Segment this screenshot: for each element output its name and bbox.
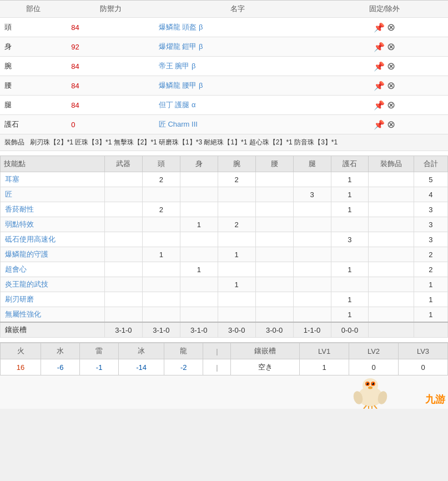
skill-cell-waist bbox=[255, 292, 293, 307]
skill-cell-name: 無屬性強化 bbox=[1, 307, 105, 323]
bottom-th-8: LV2 bbox=[349, 343, 399, 359]
bottom-th-9: LV3 bbox=[399, 343, 448, 359]
skill-cell-arm: 1 bbox=[218, 247, 255, 262]
skill-cell-name: 爆鱗龍的守護 bbox=[1, 247, 105, 262]
skill-cell-charm bbox=[331, 217, 369, 232]
th-arm: 腕 bbox=[218, 156, 255, 172]
equip-defense: 92 bbox=[67, 37, 154, 57]
skill-cell-head: 2 bbox=[142, 172, 180, 187]
decoration-values: 刷刃珠【2】*1 匠珠【3】*1 無擊珠【2】*1 研磨珠【1】*3 耐絕珠【1… bbox=[30, 138, 338, 146]
skill-cell-head: 1 bbox=[142, 247, 180, 262]
equip-defense: 0 bbox=[67, 115, 154, 134]
slot-cell-7: 0-0-0 bbox=[331, 322, 369, 338]
skill-cell-head bbox=[142, 232, 180, 247]
skill-cell-deco bbox=[369, 262, 414, 277]
bottom-td-3: -14 bbox=[119, 359, 164, 375]
skill-cell-leg bbox=[293, 202, 331, 217]
skill-cell-deco bbox=[369, 232, 414, 247]
equip-pin[interactable]: 📌 ⊗ bbox=[321, 18, 448, 37]
slot-cell-1: 3-1-0 bbox=[104, 322, 142, 338]
skill-cell-arm: 1 bbox=[218, 277, 255, 292]
skill-cell-leg bbox=[293, 172, 331, 187]
th-body: 身 bbox=[180, 156, 218, 172]
equip-name[interactable]: 匠 Charm III bbox=[154, 115, 321, 134]
skill-cell-charm: 1 bbox=[331, 187, 369, 202]
skill-cell-arm bbox=[218, 232, 255, 247]
skill-cell-deco bbox=[369, 277, 414, 292]
skill-cell-total: 1 bbox=[414, 292, 447, 307]
svg-point-8 bbox=[368, 387, 373, 389]
th-head: 頭 bbox=[142, 156, 180, 172]
skill-cell-name: 匠 bbox=[1, 187, 105, 202]
bottom-th-7: LV1 bbox=[300, 343, 349, 359]
skill-cell-weapon bbox=[104, 247, 142, 262]
skill-cell-waist bbox=[255, 277, 293, 292]
skill-cell-head bbox=[142, 307, 180, 323]
equip-row: 腰84爆鱗龍 腰甲 β📌 ⊗ bbox=[0, 76, 448, 96]
equip-name[interactable]: 爆鱗龍 腰甲 β bbox=[154, 76, 321, 96]
skill-cell-head bbox=[142, 262, 180, 277]
equip-defense: 84 bbox=[67, 18, 154, 37]
bottom-th-5: | bbox=[203, 343, 231, 359]
slots-row: 鑲嵌槽3-1-03-1-03-1-03-0-03-0-01-1-00-0-0 bbox=[1, 322, 448, 338]
bottom-th-3: 冰 bbox=[119, 343, 164, 359]
skill-cell-waist bbox=[255, 187, 293, 202]
equip-name[interactable]: 但丁 護腿 α bbox=[154, 96, 321, 115]
equip-pin[interactable]: 📌 ⊗ bbox=[321, 96, 448, 115]
equip-name[interactable]: 帝王 腕甲 β bbox=[154, 57, 321, 76]
skill-cell-body: 1 bbox=[180, 217, 218, 232]
skill-cell-waist bbox=[255, 232, 293, 247]
skill-cell-arm bbox=[218, 307, 255, 323]
skill-row: 砥石使用高速化33 bbox=[1, 232, 448, 247]
svg-point-7 bbox=[372, 383, 373, 384]
skill-cell-weapon bbox=[104, 232, 142, 247]
skill-cell-deco bbox=[369, 202, 414, 217]
skill-cell-total: 1 bbox=[414, 277, 447, 292]
equip-name[interactable]: 爆鱗龍 頭盔 β bbox=[154, 18, 321, 37]
bottom-td-0: 16 bbox=[1, 359, 41, 375]
th-skill: 技能點 bbox=[1, 156, 105, 172]
svg-line-13 bbox=[374, 405, 377, 409]
decoration-row: 裝飾品 刷刃珠【2】*1 匠珠【3】*1 無擊珠【2】*1 研磨珠【1】*3 耐… bbox=[0, 134, 448, 151]
equip-part: 護石 bbox=[0, 115, 67, 134]
slot-cell-5: 3-0-0 bbox=[255, 322, 293, 338]
bottom-td-9: 0 bbox=[399, 359, 448, 375]
equip-row: 腿84但丁 護腿 α📌 ⊗ bbox=[0, 96, 448, 115]
skill-cell-charm: 1 bbox=[331, 202, 369, 217]
equip-pin[interactable]: 📌 ⊗ bbox=[321, 37, 448, 57]
mascot-bird bbox=[348, 375, 392, 409]
col-part-header: 部位 bbox=[0, 1, 67, 18]
skill-cell-total: 5 bbox=[414, 172, 447, 187]
col-defense-header: 防禦力 bbox=[67, 1, 154, 18]
slot-cell-4: 3-0-0 bbox=[218, 322, 255, 338]
skill-cell-name: 弱點特效 bbox=[1, 217, 105, 232]
equip-row: 身92爆燿龍 鎧甲 β📌 ⊗ bbox=[0, 37, 448, 57]
equip-name[interactable]: 爆燿龍 鎧甲 β bbox=[154, 37, 321, 57]
skill-cell-leg: 3 bbox=[293, 187, 331, 202]
skill-row: 香菸耐性213 bbox=[1, 202, 448, 217]
skill-cell-leg bbox=[293, 277, 331, 292]
skill-cell-waist bbox=[255, 262, 293, 277]
skill-cell-weapon bbox=[104, 202, 142, 217]
skill-cell-arm: 2 bbox=[218, 172, 255, 187]
slot-cell-9 bbox=[414, 322, 447, 338]
bottom-td-4: -2 bbox=[164, 359, 203, 375]
bottom-th-4: 龍 bbox=[164, 343, 203, 359]
skill-row: 炎王龍的武技11 bbox=[1, 277, 448, 292]
skill-cell-charm bbox=[331, 247, 369, 262]
skill-cell-head bbox=[142, 277, 180, 292]
bottom-td-8: 0 bbox=[349, 359, 399, 375]
skill-cell-charm: 1 bbox=[331, 307, 369, 323]
skill-cell-total: 3 bbox=[414, 202, 447, 217]
bottom-td-1: -6 bbox=[41, 359, 80, 375]
equip-pin[interactable]: 📌 ⊗ bbox=[321, 76, 448, 96]
equip-pin[interactable]: 📌 ⊗ bbox=[321, 57, 448, 76]
equip-defense: 84 bbox=[67, 57, 154, 76]
equip-pin[interactable]: 📌 ⊗ bbox=[321, 115, 448, 134]
th-leg: 腿 bbox=[293, 156, 331, 172]
skill-cell-head bbox=[142, 292, 180, 307]
bottom-th-6: 鑲嵌槽 bbox=[231, 343, 300, 359]
skill-cell-leg bbox=[293, 217, 331, 232]
bottom-th-1: 水 bbox=[41, 343, 80, 359]
equip-part: 頭 bbox=[0, 18, 67, 37]
